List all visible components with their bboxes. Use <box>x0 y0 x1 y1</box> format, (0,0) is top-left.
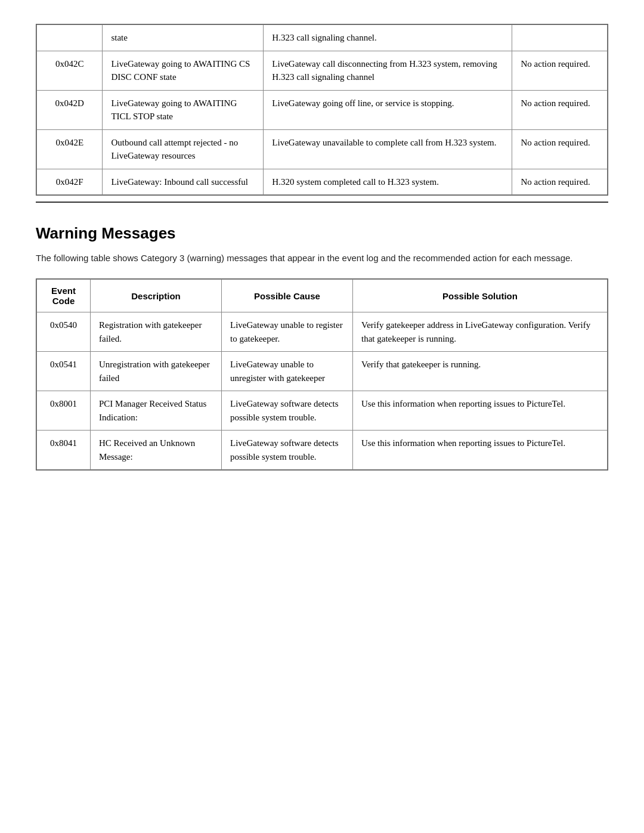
event-code-cell: 0x0541 <box>37 352 91 391</box>
header-solution: Possible Solution <box>353 280 608 312</box>
table-row: 0x8001 PCI Manager Received Status Indic… <box>37 391 608 431</box>
cause-cell: LiveGateway unable to register to gateke… <box>222 312 353 352</box>
event-code-cell: 0x0540 <box>37 312 91 352</box>
description-cell: Registration with gatekeeper failed. <box>91 312 222 352</box>
info-cell: LiveGateway unavailable to complete call… <box>264 129 512 169</box>
description-cell: PCI Manager Received Status Indication: <box>91 391 222 431</box>
table-row: 0x0541 Unregistration with gatekeeper fa… <box>37 352 608 391</box>
section-divider <box>36 202 608 203</box>
table-row: 0x042D LiveGateway going to AWAITING TIC… <box>37 90 608 129</box>
event-code-cell: 0x042E <box>37 129 103 169</box>
description-cell: Outbound call attempt rejected - no Live… <box>103 129 264 169</box>
info-cell: LiveGateway call disconnecting from H.32… <box>264 51 512 90</box>
info-cell: H.320 system completed call to H.323 sys… <box>264 169 512 195</box>
event-code-cell <box>37 25 103 51</box>
cause-cell: LiveGateway software detects possible sy… <box>222 431 353 470</box>
solution-cell: Use this information when reporting issu… <box>353 391 608 431</box>
action-cell: No action required. <box>512 129 608 169</box>
warning-table: Event Code Description Possible Cause Po… <box>36 278 608 470</box>
header-cause: Possible Cause <box>222 280 353 312</box>
action-cell: No action required. <box>512 169 608 195</box>
section-intro: The following table shows Category 3 (wa… <box>36 251 608 265</box>
solution-cell: Verify gatekeeper address in LiveGateway… <box>353 312 608 352</box>
table-row: 0x042E Outbound call attempt rejected - … <box>37 129 608 169</box>
event-code-cell: 0x042D <box>37 90 103 129</box>
description-cell: LiveGateway going to AWAITING CS DISC CO… <box>103 51 264 90</box>
info-cell: LiveGateway going off line, or service i… <box>264 90 512 129</box>
header-event-code: Event Code <box>37 280 91 312</box>
description-cell: state <box>103 25 264 51</box>
description-cell: Unregistration with gatekeeper failed <box>91 352 222 391</box>
solution-cell: Use this information when reporting issu… <box>353 431 608 470</box>
table-row: 0x8041 HC Received an Unknown Message: L… <box>37 431 608 470</box>
event-code-cell: 0x042F <box>37 169 103 195</box>
action-cell: No action required. <box>512 90 608 129</box>
description-cell: HC Received an Unknown Message: <box>91 431 222 470</box>
description-cell: LiveGateway going to AWAITING TICL STOP … <box>103 90 264 129</box>
header-description: Description <box>91 280 222 312</box>
event-code-cell: 0x8041 <box>37 431 91 470</box>
description-cell: LiveGateway: Inbound call successful <box>103 169 264 195</box>
event-code-cell: 0x8001 <box>37 391 91 431</box>
solution-cell: Verify that gatekeeper is running. <box>353 352 608 391</box>
action-cell: No action required. <box>512 51 608 90</box>
table-row: 0x0540 Registration with gatekeeper fail… <box>37 312 608 352</box>
top-table: state H.323 call signaling channel. 0x04… <box>36 24 608 196</box>
cause-cell: LiveGateway unable to unregister with ga… <box>222 352 353 391</box>
info-cell: H.323 call signaling channel. <box>264 25 512 51</box>
event-code-cell: 0x042C <box>37 51 103 90</box>
section-title: Warning Messages <box>36 224 608 243</box>
cause-cell: LiveGateway software detects possible sy… <box>222 391 353 431</box>
table-header-row: Event Code Description Possible Cause Po… <box>37 280 608 312</box>
table-row: state H.323 call signaling channel. <box>37 25 608 51</box>
action-cell <box>512 25 608 51</box>
table-row: 0x042C LiveGateway going to AWAITING CS … <box>37 51 608 90</box>
table-row: 0x042F LiveGateway: Inbound call success… <box>37 169 608 195</box>
